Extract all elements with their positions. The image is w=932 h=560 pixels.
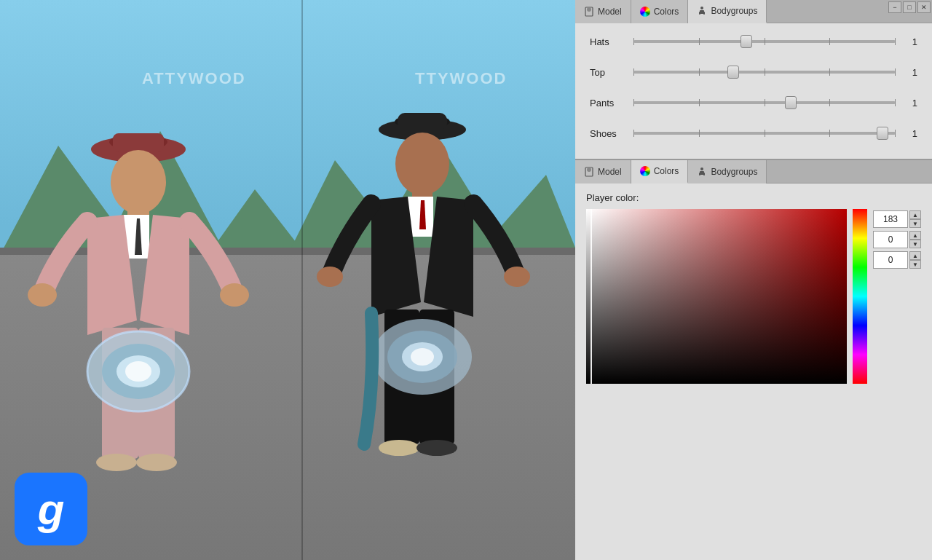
tick (633, 38, 634, 45)
svg-point-27 (395, 133, 449, 195)
rgb-spinner-g-down[interactable]: ▼ (909, 240, 921, 248)
bottom-panel-colors: Model Colors Bodygroups Player color: (575, 160, 932, 560)
tick (895, 130, 896, 137)
tick (633, 130, 634, 137)
close-button[interactable]: ✕ (917, 1, 931, 13)
rgb-value-r: 183 (883, 214, 898, 224)
character-left (15, 66, 291, 539)
colors-icon-bottom (640, 166, 650, 176)
tab-model-bottom[interactable]: Model (575, 160, 631, 184)
tick (699, 68, 700, 76)
top-tab-bar: − □ ✕ Model Colors (575, 0, 932, 23)
tick (699, 99, 700, 106)
colors-content: Player color: 183 (575, 184, 932, 560)
tick (765, 130, 765, 137)
bodygroups-content: Hats 1 T (575, 23, 932, 159)
rgb-input-g[interactable]: 0 (873, 231, 908, 248)
svg-point-49 (700, 167, 703, 170)
slider-ticks-hats (633, 40, 896, 43)
slider-row-hats: Hats 1 (590, 34, 917, 49)
tick (895, 99, 896, 106)
tick (765, 38, 765, 45)
tick (829, 130, 830, 137)
color-gradient-box[interactable] (586, 209, 847, 384)
tab-bodygroups-top[interactable]: Bodygroups (688, 0, 767, 23)
slider-thumb-top[interactable] (727, 66, 739, 79)
slider-value-pants: 1 (903, 98, 917, 109)
slider-ticks-shoes (633, 132, 896, 135)
slider-label-pants: Pants (590, 98, 626, 109)
slider-row-top: Top 1 (590, 65, 917, 79)
rgb-spinners-b: ▲ ▼ (909, 251, 921, 269)
tab-bodygroups-bottom[interactable]: Bodygroups (688, 160, 767, 184)
slider-label-hats: Hats (590, 36, 626, 47)
tab-model-top-label: Model (598, 7, 622, 17)
rgb-input-r[interactable]: 183 (873, 210, 908, 228)
tick (895, 68, 896, 76)
slider-label-shoes: Shoes (590, 128, 626, 139)
svg-point-35 (317, 267, 343, 287)
slider-container-top[interactable] (633, 65, 896, 79)
maximize-button[interactable]: □ (903, 1, 916, 13)
minimize-button[interactable]: − (888, 1, 901, 13)
tick (895, 38, 896, 45)
tick (633, 99, 634, 106)
svg-point-18 (220, 283, 249, 307)
player-color-label: Player color: (586, 192, 921, 203)
slider-thumb-hats[interactable] (741, 35, 752, 48)
rgb-input-b[interactable]: 0 (873, 251, 908, 269)
rgb-value-b: 0 (888, 255, 893, 265)
svg-point-42 (587, 7, 591, 12)
tab-colors-top[interactable]: Colors (631, 0, 689, 23)
window-controls: − □ ✕ (887, 0, 932, 15)
rgb-spinners-r: ▲ ▼ (909, 210, 921, 228)
hue-strip[interactable] (853, 209, 867, 384)
model-icon-top (584, 7, 594, 17)
rgb-spinner-r-up[interactable]: ▲ (909, 210, 921, 219)
rgb-spinner-b-up[interactable]: ▲ (909, 251, 921, 260)
svg-rect-8 (113, 133, 164, 152)
tab-colors-bottom-label: Colors (654, 166, 679, 176)
slider-ticks-pants (633, 101, 896, 104)
slider-track-pants (633, 101, 896, 104)
tick (699, 130, 700, 137)
slider-thumb-shoes[interactable] (877, 127, 888, 140)
slider-thumb-pants[interactable] (785, 96, 797, 109)
slider-track-shoes (633, 132, 896, 135)
tab-model-top[interactable]: Model (575, 0, 631, 23)
tick (829, 99, 830, 106)
color-picker-area: 183 ▲ ▼ 0 ▲ ▼ (586, 209, 921, 384)
tick (829, 68, 830, 76)
tick (829, 38, 830, 45)
slider-track-hats (633, 40, 896, 43)
tab-bodygroups-bottom-label: Bodygroups (711, 167, 757, 177)
color-gradient-overlay (586, 209, 847, 384)
rgb-input-row-g: 0 ▲ ▼ (873, 231, 921, 248)
svg-point-22 (125, 361, 151, 382)
top-panel-bodygroups: − □ ✕ Model Colors (575, 0, 932, 160)
svg-point-16 (136, 454, 177, 471)
rgb-spinner-g-up[interactable]: ▲ (909, 231, 921, 240)
slider-container-hats[interactable] (633, 34, 896, 49)
svg-rect-51 (699, 173, 700, 176)
tab-colors-bottom[interactable]: Colors (631, 160, 689, 184)
tab-colors-top-label: Colors (654, 7, 679, 17)
tick (765, 99, 765, 106)
svg-point-36 (504, 267, 530, 287)
svg-point-34 (416, 440, 457, 456)
slider-track-top (633, 71, 896, 74)
rgb-input-row-r: 183 ▲ ▼ (873, 210, 921, 228)
svg-point-9 (111, 150, 166, 214)
tick (699, 38, 700, 45)
bottom-tab-bar: Model Colors Bodygroups (575, 160, 932, 184)
svg-point-48 (587, 167, 591, 172)
slider-row-shoes: Shoes 1 (590, 126, 917, 141)
rgb-spinner-r-down[interactable]: ▼ (909, 219, 921, 228)
slider-container-shoes[interactable] (633, 126, 896, 141)
svg-rect-45 (699, 12, 700, 15)
tick (765, 68, 765, 76)
bodygroups-icon-bottom (697, 167, 707, 177)
slider-container-pants[interactable] (633, 95, 896, 110)
rgb-input-row-b: 0 ▲ ▼ (873, 251, 921, 269)
rgb-spinner-b-down[interactable]: ▼ (909, 260, 921, 269)
